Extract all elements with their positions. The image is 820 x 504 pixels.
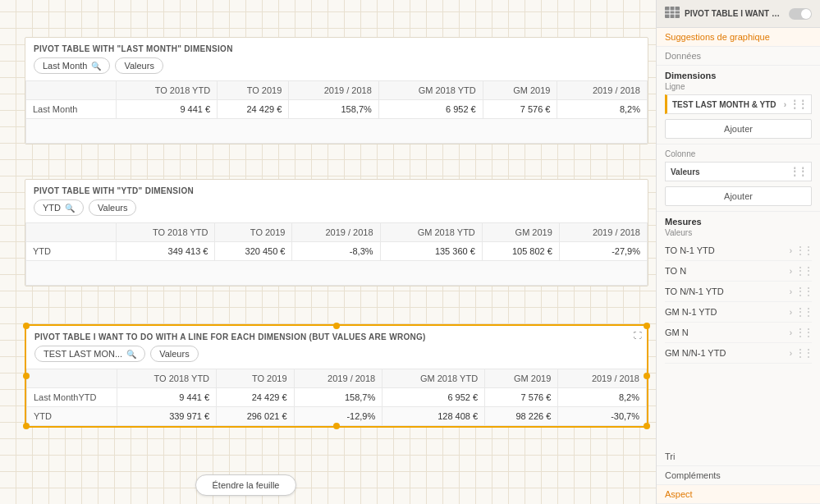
c3-row1-to2018ytd: 9 441 € (117, 388, 217, 407)
dimension-item-label: TEST LAST MONTH & YTD (672, 100, 776, 109)
add-colonne-button[interactable]: Ajouter (665, 186, 812, 206)
resize-handle-bl[interactable] (23, 423, 30, 429)
search-icon: 🔍 (91, 62, 101, 71)
c3-row1-gm2018ytd: 6 952 € (383, 388, 485, 407)
row1-pct-a: 158,7% (289, 100, 378, 119)
dimension-item-controls: › ⋮⋮ (784, 99, 806, 110)
drag-icon-m1: ⋮⋮ (795, 265, 812, 277)
extend-button[interactable]: Étendre la feuille (195, 474, 297, 496)
c3-row1-label: Last MonthYTD (27, 388, 117, 407)
row1-to2018ytd: 9 441 € (117, 100, 218, 119)
resize-handle-tl[interactable] (23, 323, 30, 329)
colonne-item-controls: ⋮⋮ (790, 166, 806, 177)
card3-table: TO 2018 YTD TO 2019 2019 / 2018 GM 2018 … (26, 369, 647, 426)
chevron-right-icon-m1: › (790, 267, 792, 276)
measure-label-3: GM N-1 YTD (665, 307, 717, 317)
c3-row1-pct-a: 158,7% (294, 388, 383, 407)
colonne-item-valeurs[interactable]: Valeurs ⋮⋮ (665, 162, 812, 181)
card3-pill1[interactable]: TEST LAST MON... 🔍 (34, 346, 145, 362)
resize-handle-mr[interactable] (644, 373, 650, 379)
card1-pill1-label: Last Month (43, 61, 87, 71)
c3-col-pct-a: 2019 / 2018 (294, 369, 383, 388)
col-header-to2019: TO 2019 (218, 81, 289, 100)
col-header-to2018ytd: TO 2018 YTD (117, 81, 218, 100)
ligne-label: Ligne (665, 82, 812, 91)
resize-handle-ml[interactable] (23, 373, 30, 379)
resize-handle-bm[interactable] (333, 423, 340, 429)
drag-icon-m2: ⋮⋮ (795, 286, 812, 297)
col-header-gm2019: GM 2019 (483, 81, 557, 100)
bottom-bar: Étendre la feuille (0, 474, 492, 496)
valeurs-sublabel: Valeurs (665, 228, 812, 237)
chevron-right-icon-m2: › (790, 287, 792, 296)
c2-col-empty (26, 223, 117, 242)
pivot-card-1[interactable]: PIVOT TABLE WITH "LAST MONTH" DIMENSION … (25, 37, 648, 144)
card2-pill1-label: YTD (43, 203, 61, 213)
card3-pill2-label: Valeurs (159, 349, 189, 359)
resize-handle-tm[interactable] (333, 323, 340, 329)
card2-pills: YTD 🔍 Valeurs (25, 199, 648, 222)
donnees-label: Données (657, 47, 820, 66)
card1-pill2[interactable]: Valeurs (115, 57, 163, 74)
drag-icon-m3: ⋮⋮ (795, 306, 812, 318)
c3-row1-gm2019: 7 576 € (485, 388, 558, 407)
add-dimension-button[interactable]: Ajouter (665, 119, 812, 139)
right-panel: PIVOT TABLE I WANT TO... Suggestions de … (656, 0, 820, 504)
dimension-item-test[interactable]: TEST LAST MONTH & YTD › ⋮⋮ (665, 94, 812, 114)
measure-to-nn1-ytd[interactable]: TO N/N-1 YTD › ⋮⋮ (665, 282, 812, 302)
c2-col-gm2019: GM 2019 (482, 223, 559, 242)
card1-pill2-label: Valeurs (124, 61, 153, 71)
card1-table: TO 2018 YTD TO 2019 2019 / 2018 GM 2018 … (25, 80, 648, 144)
measure-gm-n1-ytd[interactable]: GM N-1 YTD › ⋮⋮ (665, 302, 812, 323)
resize-handle-br[interactable] (644, 423, 650, 429)
card1-pill1[interactable]: Last Month 🔍 (34, 57, 110, 74)
measure-to-n[interactable]: TO N › ⋮⋮ (665, 261, 812, 282)
chevron-right-icon-m0: › (790, 246, 792, 255)
card2-pill1[interactable]: YTD 🔍 (34, 199, 84, 216)
colonne-section: Colonne Valeurs ⋮⋮ Ajouter (657, 144, 820, 212)
measure-label-1: TO N (665, 266, 686, 276)
c2-col-to2018ytd: TO 2018 YTD (117, 223, 215, 242)
mesures-title: Mesures (665, 217, 812, 227)
panel-header: PIVOT TABLE I WANT TO... (657, 0, 820, 28)
card3-pills: TEST LAST MON... 🔍 Valeurs (26, 346, 647, 369)
c3-col-pct-b: 2019 / 2018 (558, 369, 647, 388)
c3-col-to2019: TO 2019 (217, 369, 295, 388)
pivot-card-3[interactable]: ⛶ PIVOT TABLE I WANT TO DO WITH A LINE F… (25, 324, 648, 428)
panel-toggle[interactable] (789, 8, 812, 20)
aspect-label: Aspect (657, 485, 820, 504)
table-row-empty-2 (26, 261, 648, 286)
c3-col-gm2019: GM 2019 (485, 369, 558, 388)
complements-label: Compléments (657, 466, 820, 485)
measure-to-n1-ytd[interactable]: TO N-1 YTD › ⋮⋮ (665, 241, 812, 261)
search-icon-3: 🔍 (126, 350, 136, 359)
table-row-empty (26, 119, 648, 144)
col-header-2019-2018a: 2019 / 2018 (289, 81, 378, 100)
svg-rect-0 (665, 7, 680, 18)
dimensions-section: Dimensions Ligne TEST LAST MONTH & YTD ›… (657, 66, 820, 144)
colonne-label: Colonne (665, 149, 812, 158)
resize-handle-tr[interactable] (644, 323, 650, 329)
c3-row2-label: YTD (27, 407, 117, 426)
c3-row2-gm2019: 98 226 € (485, 407, 558, 426)
c2-row1-pct-b: -27,9% (559, 242, 647, 261)
row1-gm2019: 7 576 € (483, 100, 557, 119)
c2-row1-to2019: 320 450 € (215, 242, 292, 261)
measure-controls-0: › ⋮⋮ (790, 245, 812, 256)
c3-row2-pct-b: -30,7% (558, 407, 647, 426)
expand-icon[interactable]: ⛶ (634, 331, 642, 340)
col-header-2019-2018b: 2019 / 2018 (557, 81, 648, 100)
card2-pill2[interactable]: Valeurs (89, 199, 136, 216)
measure-label-2: TO N/N-1 YTD (665, 286, 724, 296)
measure-controls-5: › ⋮⋮ (790, 347, 812, 359)
card1-pills: Last Month 🔍 Valeurs (25, 57, 648, 80)
measure-gm-n[interactable]: GM N › ⋮⋮ (665, 323, 812, 343)
c3-col-empty (27, 369, 117, 388)
card3-pill2[interactable]: Valeurs (150, 346, 198, 362)
table-icon (665, 7, 680, 21)
search-icon-2: 🔍 (65, 204, 75, 213)
pivot-card-2[interactable]: PIVOT TABLE WITH "YTD" DIMENSION YTD 🔍 V… (25, 179, 648, 286)
card1-title: PIVOT TABLE WITH "LAST MONTH" DIMENSION (25, 38, 648, 57)
measure-gm-nn1-ytd[interactable]: GM N/N-1 YTD › ⋮⋮ (665, 343, 812, 364)
canvas-area: PIVOT TABLE WITH "LAST MONTH" DIMENSION … (0, 0, 656, 504)
